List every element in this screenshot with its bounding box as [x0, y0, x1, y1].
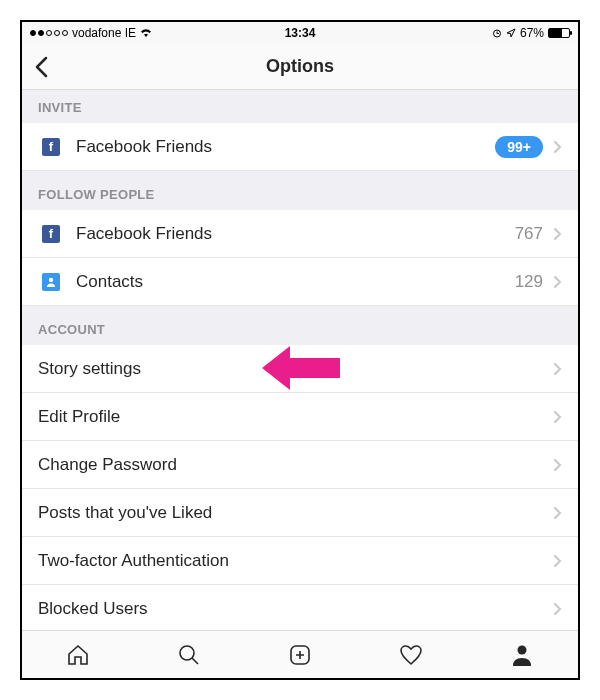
device-screen: vodafone IE 13:34 67%: [20, 20, 580, 680]
row-label: Facebook Friends: [76, 137, 495, 157]
row-count: 129: [515, 272, 543, 292]
chevron-right-icon: [553, 554, 562, 568]
row-count: 767: [515, 224, 543, 244]
status-left: vodafone IE: [30, 26, 152, 40]
tab-home[interactable]: [22, 631, 133, 678]
chevron-right-icon: [553, 602, 562, 616]
battery-icon: [548, 28, 570, 38]
chevron-right-icon: [553, 275, 562, 289]
wifi-icon: [140, 28, 152, 38]
profile-icon: [509, 642, 535, 668]
tab-bar: [22, 630, 578, 678]
row-label: Edit Profile: [38, 407, 553, 427]
alarm-icon: [492, 28, 502, 38]
chevron-right-icon: [553, 227, 562, 241]
row-label: Posts that you've Liked: [38, 503, 553, 523]
chevron-right-icon: [553, 506, 562, 520]
row-follow-contacts[interactable]: Contacts 129: [22, 258, 578, 306]
section-header-invite: INVITE: [22, 90, 578, 123]
plus-square-icon: [287, 642, 313, 668]
heart-icon: [398, 642, 424, 668]
svg-point-2: [180, 646, 194, 660]
count-badge: 99+: [495, 136, 543, 158]
tab-create[interactable]: [244, 631, 355, 678]
row-label: Two-factor Authentication: [38, 551, 553, 571]
status-time: 13:34: [285, 26, 316, 40]
row-label: Facebook Friends: [76, 224, 515, 244]
row-blocked-users[interactable]: Blocked Users: [22, 585, 578, 630]
chevron-right-icon: [553, 140, 562, 154]
chevron-right-icon: [553, 410, 562, 424]
signal-dots-icon: [30, 30, 68, 36]
svg-point-4: [518, 645, 527, 654]
carrier-label: vodafone IE: [72, 26, 136, 40]
row-label: Blocked Users: [38, 599, 553, 619]
facebook-icon: f: [42, 138, 60, 156]
section-header-follow: FOLLOW PEOPLE: [22, 171, 578, 210]
contacts-icon: [42, 273, 60, 291]
chevron-right-icon: [553, 458, 562, 472]
tab-activity[interactable]: [356, 631, 467, 678]
page-title: Options: [266, 56, 334, 77]
tab-search[interactable]: [133, 631, 244, 678]
status-bar: vodafone IE 13:34 67%: [22, 22, 578, 44]
search-icon: [176, 642, 202, 668]
settings-list[interactable]: INVITE f Facebook Friends 99+ FOLLOW PEO…: [22, 90, 578, 630]
chevron-right-icon: [553, 362, 562, 376]
row-posts-liked[interactable]: Posts that you've Liked: [22, 489, 578, 537]
battery-pct: 67%: [520, 26, 544, 40]
location-icon: [506, 28, 516, 38]
row-label: Change Password: [38, 455, 553, 475]
svg-point-1: [49, 277, 53, 281]
row-two-factor[interactable]: Two-factor Authentication: [22, 537, 578, 585]
facebook-icon: f: [42, 225, 60, 243]
section-header-account: ACCOUNT: [22, 306, 578, 345]
home-icon: [65, 642, 91, 668]
back-button[interactable]: [34, 56, 48, 78]
row-label: Story settings: [38, 359, 553, 379]
status-right: 67%: [492, 26, 570, 40]
row-story-settings[interactable]: Story settings: [22, 345, 578, 393]
tab-profile[interactable]: [467, 631, 578, 678]
row-follow-facebook-friends[interactable]: f Facebook Friends 767: [22, 210, 578, 258]
row-change-password[interactable]: Change Password: [22, 441, 578, 489]
row-invite-facebook-friends[interactable]: f Facebook Friends 99+: [22, 123, 578, 171]
nav-header: Options: [22, 44, 578, 90]
row-edit-profile[interactable]: Edit Profile: [22, 393, 578, 441]
row-label: Contacts: [76, 272, 515, 292]
